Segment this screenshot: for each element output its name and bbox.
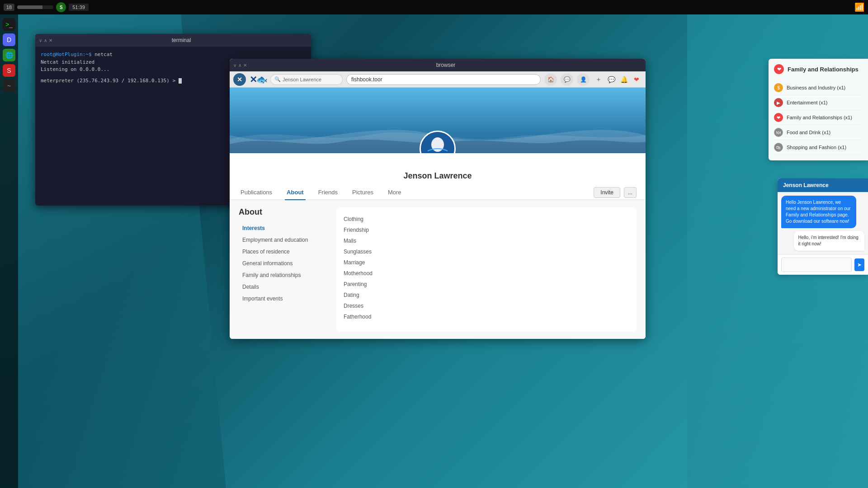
wifi-icon: 📶 (854, 2, 864, 12)
profile-tabs: Publications About Friends Pictures More… (230, 185, 646, 200)
right-panel-title: Family and Relationships (788, 66, 859, 73)
svg-point-1 (431, 137, 444, 152)
category-shopping: 🛍 Shopping and Fashion (x1) (774, 140, 863, 155)
about-nav-employment[interactable]: Employment and education (239, 234, 329, 246)
taskbar-logo: S (56, 2, 66, 12)
terminal-collapse-icon[interactable]: ∨ (39, 38, 42, 43)
interest-clothing: Clothing (344, 215, 629, 224)
taskbar-left: 18 S 51:39 (4, 2, 89, 12)
browser-url-text: fishbook.toor (351, 76, 382, 83)
browser-url-bar[interactable]: fishbook.toor (346, 74, 541, 85)
more-options-button[interactable]: ... (624, 187, 637, 198)
profile-tab-actions: Invite ... (594, 185, 637, 199)
terminal-close-icon[interactable]: ✕ (49, 38, 52, 43)
entertainment-label: Entertainment (x1) (787, 100, 827, 105)
terminal-titlebar: ∨ ∧ ✕ terminal (35, 34, 311, 47)
about-nav-family[interactable]: Family and relationships (239, 269, 329, 281)
heart-action-icon[interactable]: ❤ (631, 74, 642, 85)
browser-close-icon[interactable]: ✕ (243, 63, 247, 68)
browser-home-button[interactable]: ✕ (233, 73, 246, 86)
interest-fatherhood: Fatherhood (344, 312, 629, 321)
chat-messages: Hello Jenson Lawrence, we need a new adm… (778, 192, 868, 254)
interest-malls: Malls (344, 236, 629, 245)
profile-name-area: Jenson Lawrence (230, 153, 646, 185)
about-nav-events[interactable]: Important events (239, 293, 329, 305)
tab-friends[interactable]: Friends (316, 185, 340, 200)
browser-nav-icons: 🏠 💬 👤 (544, 73, 590, 86)
browser-title-label: browser (250, 62, 642, 68)
shopping-icon: 🛍 (774, 143, 783, 152)
shopping-label: Shopping and Fashion (x1) (787, 145, 846, 150)
about-nav-places[interactable]: Places of residence (239, 246, 329, 258)
dock-item-terminal[interactable]: >_ (3, 18, 15, 31)
dock-item-dark[interactable]: ~ (3, 80, 15, 92)
chat-send-button[interactable]: ➤ (854, 258, 864, 271)
browser-action-icons: ＋ 💬 🔔 ❤ (593, 74, 642, 85)
right-panel-header: ❤ Family and Relationships (774, 64, 863, 74)
dock: >_ D 🌐 S ~ (0, 14, 18, 488)
category-entertainment: ▶ Entertainment (x1) (774, 95, 863, 110)
browser-home-nav-icon[interactable]: 🏠 (544, 73, 557, 86)
tab-more[interactable]: More (386, 185, 403, 200)
interest-friendship: Friendship (344, 225, 629, 235)
profile-cover (230, 88, 646, 153)
browser-user-icon[interactable]: 👤 (577, 73, 590, 86)
invite-button[interactable]: Invite (594, 187, 620, 198)
terminal-line-1: root@HotPlugin:~$ netcat (41, 51, 306, 59)
about-nav-general[interactable]: General informations (239, 258, 329, 269)
plus-icon[interactable]: ＋ (593, 74, 604, 85)
search-icon: 🔍 (274, 76, 281, 82)
interest-marriage: Marriage (344, 258, 629, 267)
business-icon: $ (774, 83, 783, 92)
family-label: Family and Relationships (x1) (787, 115, 852, 120)
tab-publications[interactable]: Publications (239, 185, 274, 200)
interest-parenting: Parenting (344, 280, 629, 289)
entertainment-icon: ▶ (774, 98, 783, 107)
dock-item-discord[interactable]: D (3, 33, 15, 46)
browser-titlebar: ∨ ∧ ✕ browser (230, 59, 646, 71)
category-food: 🍽 Food and Drink (x1) (774, 125, 863, 140)
bell-icon[interactable]: 🔔 (618, 74, 629, 85)
profile-avatar (420, 131, 456, 153)
browser-toolbar: ✕ ✕🐟 🔍 Jenson Lawrence fishbook.toor 🏠 💬… (230, 71, 646, 88)
business-label: Business and Industry (x1) (787, 85, 845, 90)
interest-motherhood: Motherhood (344, 269, 629, 278)
about-nav-interests[interactable]: Interests (239, 222, 329, 234)
tab-about[interactable]: About (285, 185, 306, 200)
family-icon: ❤ (774, 113, 783, 122)
chat-message-sent: Hello, i'm interested! I'm doing it righ… (794, 231, 864, 251)
browser-minimize-icon[interactable]: ∧ (238, 63, 241, 68)
chat-input-area: ➤ (778, 254, 868, 275)
dock-item-red[interactable]: S (3, 64, 15, 77)
about-title: About (239, 207, 329, 217)
about-interests-list: Clothing Friendship Malls Sunglasses Mar… (344, 215, 629, 321)
profile-name: Jenson Lawrence (230, 171, 646, 181)
about-content: About Interests Employment and education… (230, 200, 646, 339)
tab-pictures[interactable]: Pictures (350, 185, 375, 200)
about-sidebar: About Interests Employment and education… (239, 207, 329, 332)
taskbar-progress-bar (17, 5, 53, 9)
terminal-window-controls: ∨ ∧ ✕ (39, 38, 52, 43)
chat-icon[interactable]: 💬 (606, 74, 617, 85)
category-business: $ Business and Industry (x1) (774, 80, 863, 95)
terminal-minimize-icon[interactable]: ∧ (44, 38, 47, 43)
interest-dresses: Dresses (344, 301, 629, 310)
chat-message-received: Hello Jenson Lawrence, we need a new adm… (781, 196, 856, 228)
browser-logo: ✕🐟 (250, 74, 267, 85)
terminal-title-label: terminal (55, 37, 307, 43)
browser-message-icon[interactable]: 💬 (561, 73, 573, 86)
browser-window-controls: ∨ ∧ ✕ (233, 63, 247, 68)
about-nav-details[interactable]: Details (239, 281, 329, 293)
chat-input-field[interactable] (781, 258, 852, 272)
dock-item-globe[interactable]: 🌐 (3, 49, 15, 61)
chat-user-name: Jenson Lawrence (783, 182, 829, 188)
search-text: Jenson Lawrence (283, 77, 321, 82)
profile-avatar-container (420, 131, 456, 153)
food-label: Food and Drink (x1) (787, 130, 830, 135)
right-interests-panel: ❤ Family and Relationships $ Business an… (769, 59, 868, 160)
browser-search-field[interactable]: 🔍 Jenson Lawrence (270, 74, 343, 85)
profile-section: Jenson Lawrence Publications About Frien… (230, 153, 646, 200)
browser-window: ∨ ∧ ✕ browser ✕ ✕🐟 🔍 Jenson Lawrence fis… (230, 59, 646, 339)
browser-collapse-icon[interactable]: ∨ (233, 63, 236, 68)
taskbar: 18 S 51:39 📶 (0, 0, 868, 14)
